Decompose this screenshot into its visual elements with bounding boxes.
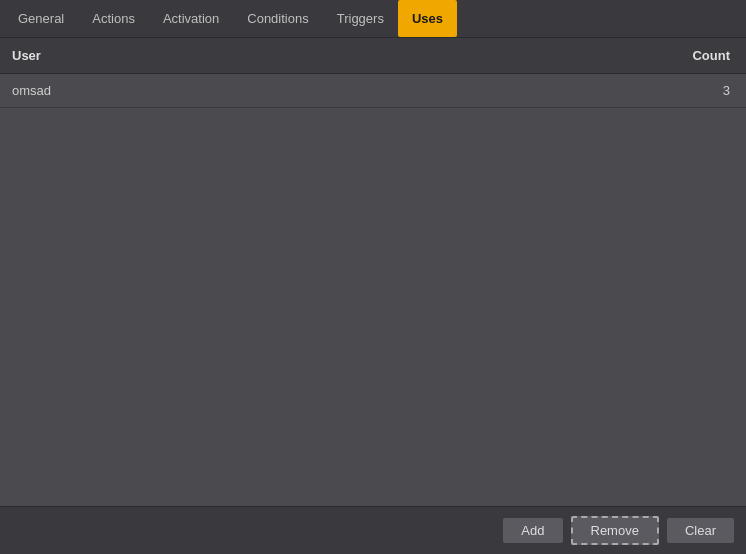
main-content-area [0,108,746,554]
tab-general[interactable]: General [4,0,78,37]
tab-conditions[interactable]: Conditions [233,0,322,37]
table-body: omsad 3 [0,74,746,108]
tab-bar: General Actions Activation Conditions Tr… [0,0,746,38]
column-header-count: Count [626,48,746,63]
add-button[interactable]: Add [503,518,562,543]
tab-uses[interactable]: Uses [398,0,457,37]
tab-activation[interactable]: Activation [149,0,233,37]
table-row[interactable]: omsad 3 [0,74,746,108]
column-header-user: User [0,48,626,63]
remove-button[interactable]: Remove [571,516,659,545]
tab-actions[interactable]: Actions [78,0,149,37]
clear-button[interactable]: Clear [667,518,734,543]
row-user-value: omsad [0,83,626,98]
action-bar: Add Remove Clear [0,506,746,554]
table-header: User Count [0,38,746,74]
tab-triggers[interactable]: Triggers [323,0,398,37]
row-count-value: 3 [626,83,746,98]
